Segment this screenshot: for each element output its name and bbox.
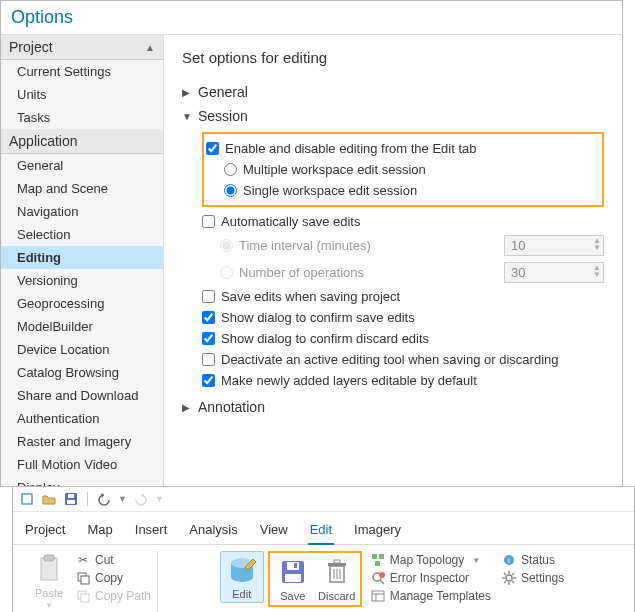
sidebar-item-geoprocessing[interactable]: Geoprocessing [1,292,163,315]
svg-line-42 [512,573,514,575]
radio-multi-workspace[interactable] [224,163,237,176]
edit-icon [226,554,258,586]
cut-button[interactable]: ✂ Cut [75,551,151,569]
checkbox-deactivate-tool[interactable] [202,353,215,366]
option-time-interval: Time interval (minutes) 10 ▲▼ [202,232,604,259]
paste-icon [33,553,65,585]
copy-path-icon [75,588,91,604]
dropdown-icon[interactable]: ▼ [118,494,127,504]
sidebar-section-label: Application [9,133,78,149]
tab-edit[interactable]: Edit [308,518,334,545]
button-label: Edit [232,588,251,600]
checkbox-confirm-save[interactable] [202,311,215,324]
templates-icon [370,588,386,604]
map-topology-dropdown[interactable]: Map Topology ▾ [370,551,491,569]
sidebar-section-application[interactable]: Application [1,129,163,154]
sidebar-item-device-location[interactable]: Device Location [1,338,163,361]
tab-map[interactable]: Map [85,518,114,544]
checkbox-save-on-project[interactable] [202,290,215,303]
option-confirm-save[interactable]: Show dialog to confirm save edits [202,307,604,328]
spinner-icon: ▲▼ [593,264,601,278]
group-label: Session [198,108,248,124]
svg-rect-5 [44,555,54,561]
sidebar-item-share-and-download[interactable]: Share and Download [1,384,163,407]
new-project-icon[interactable] [19,491,35,507]
option-auto-save[interactable]: Automatically save edits [202,211,604,232]
sidebar-item-general[interactable]: General [1,154,163,177]
option-confirm-discard[interactable]: Show dialog to confirm discard edits [202,328,604,349]
option-new-layers-editable[interactable]: Make newly added layers editable by defa… [202,370,604,391]
paste-button: Paste ▼ [27,551,71,612]
radio-single-workspace[interactable] [224,184,237,197]
option-label: Enable and disable editing from the Edit… [225,141,477,156]
option-label: Show dialog to confirm discard edits [221,331,429,346]
tab-insert[interactable]: Insert [133,518,170,544]
error-inspector-button[interactable]: Error Inspector [370,569,491,587]
sidebar-item-display[interactable]: Display [1,476,163,486]
sidebar-item-units[interactable]: Units [1,83,163,106]
option-multi-workspace[interactable]: Multiple workspace edit session [206,159,600,180]
undo-icon[interactable] [96,491,112,507]
discard-icon [321,556,353,588]
sidebar-item-selection[interactable]: Selection [1,223,163,246]
ribbon-group-manage-edits: Edit Save Discard Map Topology [158,551,626,612]
group-general[interactable]: ▶ General [182,80,604,104]
checkbox-confirm-discard[interactable] [202,332,215,345]
save-button[interactable]: Save [271,554,315,604]
sidebar-item-modelbuilder[interactable]: ModelBuilder [1,315,163,338]
sidebar-item-versioning[interactable]: Versioning [1,269,163,292]
redo-icon[interactable] [133,491,149,507]
save-icon[interactable] [63,491,79,507]
save-icon [277,556,309,588]
tab-analysis[interactable]: Analysis [187,518,239,544]
spinner-icon: ▲▼ [593,237,601,251]
sidebar-item-current-settings[interactable]: Current Settings [1,60,163,83]
settings-button[interactable]: Settings [501,569,564,587]
option-label: Single workspace edit session [243,183,417,198]
option-deactivate-tool[interactable]: Deactivate an active editing tool when s… [202,349,604,370]
sidebar-item-raster-and-imagery[interactable]: Raster and Imagery [1,430,163,453]
sidebar-item-editing[interactable]: Editing [1,246,163,269]
sidebar-item-navigation[interactable]: Navigation [1,200,163,223]
option-enable-edit-tab[interactable]: Enable and disable editing from the Edit… [206,138,600,159]
edit-button[interactable]: Edit [220,551,264,603]
status-button[interactable]: i Status [501,551,564,569]
tab-imagery[interactable]: Imagery [352,518,403,544]
svg-line-41 [504,581,506,583]
manage-templates-button[interactable]: Manage Templates [370,587,491,605]
window-title: Options [1,1,622,35]
time-interval-value: 10 [511,238,525,253]
group-annotation[interactable]: ▶ Annotation [182,395,604,419]
ribbon-window: ▼ ▼ Project Map Insert Analysis View Edi… [12,486,635,612]
dropdown-icon[interactable]: ▼ [155,494,164,504]
sidebar-item-authentication[interactable]: Authentication [1,407,163,430]
group-session[interactable]: ▼ Session [182,104,604,128]
svg-rect-2 [67,500,75,504]
open-folder-icon[interactable] [41,491,57,507]
session-body: Enable and disable editing from the Edit… [182,128,604,395]
content-title: Set options for editing [182,49,604,66]
sidebar-item-map-and-scene[interactable]: Map and Scene [1,177,163,200]
checkbox-enable-edit-tab[interactable] [206,142,219,155]
sidebar-item-tasks[interactable]: Tasks [1,106,163,129]
option-single-workspace[interactable]: Single workspace edit session [206,180,600,201]
button-label: Copy [95,571,123,585]
tab-project[interactable]: Project [23,518,67,544]
checkbox-auto-save[interactable] [202,215,215,228]
chevron-down-icon: ▼ [45,601,53,610]
checkbox-new-layers-editable[interactable] [202,374,215,387]
copy-button[interactable]: Copy [75,569,151,587]
svg-rect-14 [285,574,301,582]
tab-view[interactable]: View [258,518,290,544]
discard-button[interactable]: Discard [315,554,359,604]
sidebar-section-project[interactable]: Project ▲ [1,35,163,60]
svg-rect-15 [287,562,299,570]
error-inspector-icon [370,570,386,586]
sidebar-item-catalog-browsing[interactable]: Catalog Browsing [1,361,163,384]
svg-rect-24 [379,554,384,559]
svg-rect-19 [334,560,340,563]
svg-line-40 [512,581,514,583]
option-save-on-project[interactable]: Save edits when saving project [202,286,604,307]
num-operations-input: 30 ▲▼ [504,262,604,283]
sidebar-item-full-motion-video[interactable]: Full Motion Video [1,453,163,476]
